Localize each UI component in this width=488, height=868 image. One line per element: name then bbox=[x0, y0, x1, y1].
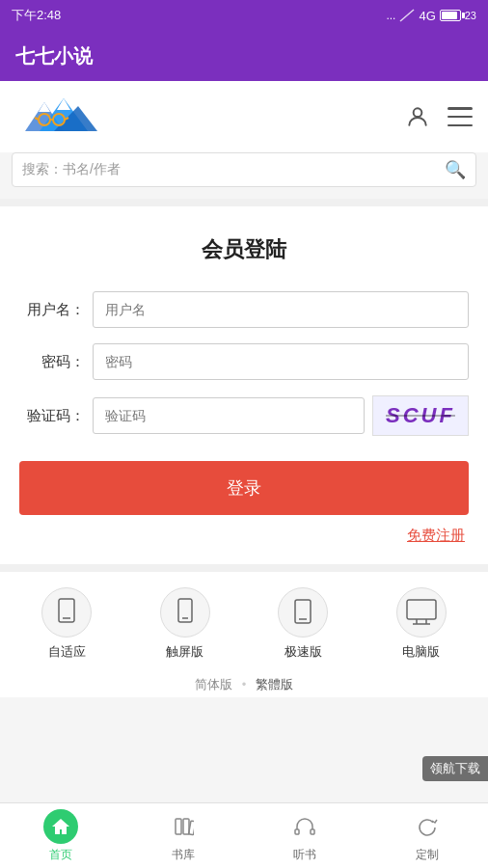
title-bar: 七七小说 bbox=[0, 31, 488, 81]
bottom-nav: 首页 书库 听书 定制 bbox=[0, 802, 488, 868]
fast-icon bbox=[289, 597, 316, 628]
mode-pc-label: 电脑版 bbox=[402, 643, 440, 661]
status-bar: 下午2:48 ... 4G 23 bbox=[0, 0, 488, 31]
password-label: 密码： bbox=[19, 353, 85, 371]
watermark: 领航下载 bbox=[422, 756, 488, 781]
captcha-text: SCUF bbox=[386, 403, 455, 428]
username-label: 用户名： bbox=[19, 301, 85, 319]
nav-listen[interactable]: 听书 bbox=[244, 809, 366, 863]
app-title: 七七小说 bbox=[15, 43, 93, 69]
version-text-row: 简体版 • 繁體版 bbox=[0, 668, 488, 697]
nav-listen-label: 听书 bbox=[293, 847, 316, 863]
login-title: 会员登陆 bbox=[19, 235, 469, 264]
register-link-container: 免费注册 bbox=[19, 527, 469, 545]
logo-image bbox=[15, 91, 102, 139]
nav-home[interactable]: 首页 bbox=[0, 809, 122, 863]
svg-rect-22 bbox=[176, 819, 181, 834]
mode-adaptive-label: 自适应 bbox=[48, 643, 86, 661]
separator-1 bbox=[0, 199, 488, 206]
mode-touch-label: 触屏版 bbox=[166, 643, 203, 661]
svg-marker-5 bbox=[57, 98, 70, 110]
mode-adaptive[interactable]: 自适应 bbox=[41, 587, 92, 661]
svg-marker-4 bbox=[39, 102, 50, 112]
status-time: 下午2:48 bbox=[12, 7, 61, 24]
mode-fast[interactable]: 极速版 bbox=[278, 587, 328, 661]
adaptive-icon bbox=[53, 597, 80, 628]
battery-level: 23 bbox=[465, 10, 476, 21]
svg-rect-26 bbox=[311, 829, 314, 834]
login-section: 会员登陆 用户名： 密码： 验证码： SCUF 登录 免费注册 bbox=[0, 206, 488, 564]
password-row: 密码： bbox=[19, 343, 469, 380]
search-icon[interactable]: 🔍 bbox=[445, 159, 466, 180]
mode-fast-label: 极速版 bbox=[285, 643, 322, 661]
library-icon-wrapper bbox=[166, 809, 201, 844]
status-right: ... 4G 23 bbox=[386, 9, 476, 23]
traditional-version[interactable]: 繁體版 bbox=[256, 677, 293, 692]
headphone-icon bbox=[293, 816, 316, 837]
username-input[interactable] bbox=[93, 291, 469, 328]
refresh-icon bbox=[416, 816, 439, 837]
captcha-input[interactable] bbox=[93, 397, 365, 434]
svg-rect-25 bbox=[295, 829, 299, 834]
nav-custom[interactable]: 定制 bbox=[366, 809, 489, 863]
custom-icon-wrapper bbox=[410, 809, 445, 844]
battery-icon bbox=[440, 10, 461, 21]
separator-2 bbox=[0, 564, 488, 572]
no-signal-icon bbox=[399, 9, 415, 22]
mode-pc[interactable]: 电脑版 bbox=[396, 587, 447, 661]
mode-adaptive-icon-wrapper bbox=[41, 587, 92, 637]
search-bar[interactable]: 搜索：书名/作者 🔍 bbox=[12, 152, 476, 187]
register-link[interactable]: 免费注册 bbox=[407, 527, 465, 543]
captcha-image[interactable]: SCUF bbox=[372, 395, 469, 436]
nav-home-label: 首页 bbox=[49, 847, 72, 863]
mode-touch-icon-wrapper bbox=[160, 587, 210, 637]
logo bbox=[15, 91, 102, 143]
home-icon bbox=[50, 817, 71, 836]
captcha-row: 验证码： SCUF bbox=[19, 395, 469, 436]
library-icon bbox=[173, 816, 194, 837]
touch-icon bbox=[172, 597, 199, 628]
nav-custom-label: 定制 bbox=[416, 847, 439, 863]
svg-rect-23 bbox=[183, 819, 189, 834]
version-dot: • bbox=[242, 677, 247, 692]
mode-touch[interactable]: 触屏版 bbox=[160, 587, 210, 661]
nav-icons bbox=[405, 104, 473, 129]
username-row: 用户名： bbox=[19, 291, 469, 328]
mode-fast-icon-wrapper bbox=[278, 587, 328, 637]
network-type: 4G bbox=[419, 9, 435, 23]
svg-line-0 bbox=[400, 10, 414, 21]
simple-version[interactable]: 简体版 bbox=[195, 677, 232, 692]
login-button[interactable]: 登录 bbox=[19, 461, 469, 515]
svg-point-11 bbox=[414, 108, 422, 117]
user-icon[interactable] bbox=[405, 104, 430, 129]
signal-dots: ... bbox=[386, 9, 395, 22]
home-icon-wrapper bbox=[43, 809, 78, 844]
battery-fill bbox=[442, 12, 457, 19]
pc-icon bbox=[404, 598, 439, 627]
captcha-label: 验证码： bbox=[19, 407, 85, 425]
search-placeholder: 搜索：书名/作者 bbox=[22, 161, 445, 178]
mode-section: 自适应 触屏版 极速版 电脑版 bbox=[0, 572, 488, 668]
password-input[interactable] bbox=[93, 343, 469, 380]
mode-pc-icon-wrapper bbox=[396, 587, 447, 637]
menu-icon[interactable] bbox=[447, 107, 473, 126]
nav-library-label: 书库 bbox=[172, 847, 195, 863]
svg-rect-18 bbox=[407, 600, 436, 619]
listen-icon-wrapper bbox=[287, 809, 322, 844]
logo-nav-row bbox=[0, 81, 488, 152]
nav-library[interactable]: 书库 bbox=[122, 809, 245, 863]
watermark-text: 领航下载 bbox=[430, 761, 480, 775]
